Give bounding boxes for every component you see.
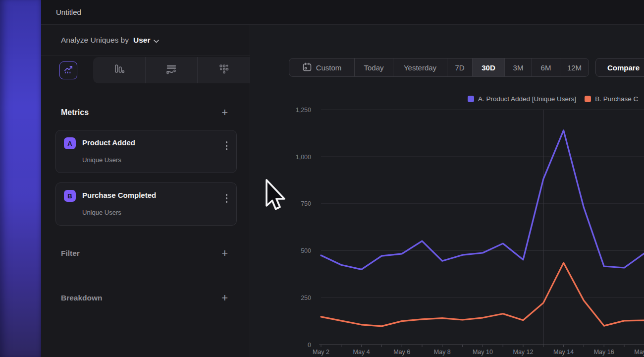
main-area: Custom Today Yesterday 7D 30D 3M 6M 12M … [250, 25, 644, 357]
chart-legend: A. Product Added [Unique Users] B. Purch… [468, 95, 638, 103]
filter-section-header: Filter + [41, 246, 250, 261]
add-metric-button[interactable]: + [221, 108, 228, 118]
metric-title: Product Added [82, 138, 135, 147]
metric-menu-button[interactable] [226, 194, 228, 203]
analyze-row: Analyze Uniques by User [41, 25, 250, 56]
metric-title: Purchase Completed [82, 191, 156, 199]
metrics-section-header: Metrics + [41, 105, 250, 120]
add-filter-button[interactable]: + [221, 248, 228, 258]
range-12m-button[interactable]: 12M [560, 59, 589, 76]
analyze-label: Analyze Uniques by [61, 36, 129, 45]
range-30d-button[interactable]: 30D [472, 59, 504, 76]
date-range-segmented-control: Custom Today Yesterday 7D 30D 3M 6M 12M [289, 58, 589, 77]
range-6m-button[interactable]: 6M [532, 59, 560, 76]
range-custom-button[interactable]: Custom [289, 59, 354, 76]
breakdown-section-header: Breakdown + [41, 291, 250, 305]
metric-card-a[interactable]: A Product Added Unique Users [55, 130, 237, 173]
report-title[interactable]: Untitled [56, 0, 81, 25]
legend-label: B. Purchase C [595, 95, 638, 103]
metric-subtitle[interactable]: Unique Users [82, 209, 121, 216]
calendar-icon [302, 62, 312, 73]
metric-menu-button[interactable] [226, 141, 228, 150]
background-gradient-strip [0, 0, 41, 357]
tab-retention-grid[interactable] [197, 57, 250, 83]
tab-line-chart[interactable] [59, 61, 77, 79]
range-label: Custom [316, 63, 342, 72]
chart-type-tab-strip [93, 57, 250, 83]
metrics-title: Metrics [61, 108, 89, 117]
legend-swatch-orange [585, 96, 591, 102]
screen: Untitled Analyze Uniques by User [0, 0, 644, 357]
bar-chart-icon [112, 63, 125, 77]
sidebar: Analyze Uniques by User [41, 25, 250, 357]
range-yesterday-button[interactable]: Yesterday [393, 59, 447, 76]
app-window: Untitled Analyze Uniques by User [41, 0, 644, 357]
tab-bar-chart[interactable] [93, 57, 145, 83]
legend-label: A. Product Added [Unique Users] [478, 95, 576, 103]
filter-title: Filter [61, 249, 80, 258]
breakdown-title: Breakdown [61, 294, 103, 302]
app-header: Untitled [41, 0, 644, 25]
legend-item-a[interactable]: A. Product Added [Unique Users] [468, 95, 576, 103]
range-3m-button[interactable]: 3M [504, 59, 532, 76]
mouse-cursor [265, 179, 288, 215]
metric-badge-a: A [64, 137, 76, 149]
tab-flow-chart[interactable] [145, 57, 198, 83]
chevron-down-icon[interactable] [154, 36, 159, 45]
range-today-button[interactable]: Today [354, 59, 393, 76]
line-chart-icon [63, 64, 74, 77]
flow-chart-icon [165, 63, 178, 77]
metric-subtitle[interactable]: Unique Users [82, 156, 121, 164]
metric-badge-b: B [64, 190, 76, 202]
grid-dots-icon [218, 63, 230, 77]
chart-type-tabs [41, 56, 250, 84]
analyze-entity-dropdown[interactable]: User [133, 36, 150, 45]
metric-card-b[interactable]: B Purchase Completed Unique Users [55, 182, 237, 226]
compare-button[interactable]: Compare [595, 58, 644, 77]
range-7d-button[interactable]: 7D [447, 59, 472, 76]
legend-swatch-purple [468, 96, 474, 102]
legend-item-b[interactable]: B. Purchase C [585, 95, 638, 103]
add-breakdown-button[interactable]: + [221, 293, 228, 303]
